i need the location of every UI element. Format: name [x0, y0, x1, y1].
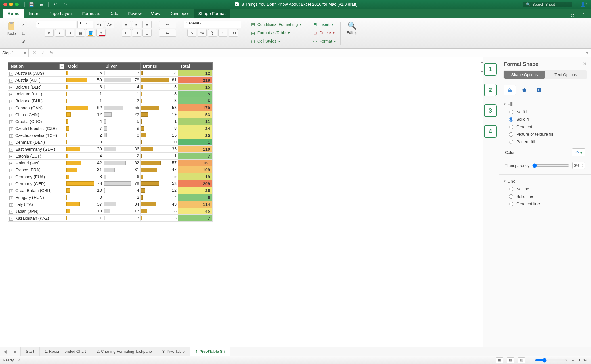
ribbon-tab-page-layout[interactable]: Page Layout	[44, 9, 77, 18]
silver-cell[interactable]: 3	[103, 70, 141, 77]
step-shape-4[interactable]: 4	[484, 125, 497, 138]
worksheet[interactable]: Nation ▾ Gold Silver Bronze Total +Austr…	[0, 57, 483, 347]
bronze-cell[interactable]: 4	[141, 194, 178, 201]
bronze-cell[interactable]: 3	[141, 91, 178, 97]
underline-button[interactable]: U	[65, 29, 74, 37]
silver-cell[interactable]: 9	[103, 125, 141, 132]
table-row[interactable]: +Germany (EUA)86519	[8, 173, 213, 180]
transparency-value[interactable]: 0% ▲▼	[572, 162, 585, 169]
total-cell[interactable]: 26	[178, 187, 213, 194]
nation-cell[interactable]: +Denmark (DEN)	[8, 139, 66, 146]
silver-cell[interactable]: 6	[103, 173, 141, 180]
expand-icon[interactable]: +	[9, 189, 13, 193]
line-option-no-line[interactable]: No line	[504, 185, 586, 193]
table-row[interactable]: +Australia (AUS)53412	[8, 70, 213, 77]
expand-formula-bar-icon[interactable]: ▾	[583, 51, 591, 55]
percent-button[interactable]: %	[198, 29, 207, 37]
gold-cell[interactable]: 4	[66, 118, 103, 125]
nation-cell[interactable]: +Belgium (BEL)	[8, 91, 66, 97]
expand-icon[interactable]: +	[9, 79, 13, 83]
nation-cell[interactable]: +Czech Republic (CZE)	[8, 125, 66, 132]
expand-icon[interactable]: +	[9, 107, 13, 110]
merge-button[interactable]: ⇆	[159, 29, 176, 37]
size-tab-icon[interactable]	[533, 85, 545, 95]
increase-font-button[interactable]: A▴	[95, 21, 104, 28]
align-top-button[interactable]: ≡	[122, 21, 131, 28]
expand-icon[interactable]: +	[9, 134, 13, 138]
gold-cell[interactable]: 5	[66, 70, 103, 77]
name-box[interactable]: Step 1 ▲▼	[0, 49, 29, 57]
nation-cell[interactable]: +Germany (EUA)	[8, 173, 66, 180]
copy-icon[interactable]: ❐	[19, 29, 28, 37]
col-bronze[interactable]: Bronze	[141, 63, 178, 70]
collapse-ribbon-icon[interactable]: ⌃	[578, 12, 588, 18]
gold-cell[interactable]: 1	[66, 91, 103, 97]
col-total[interactable]: Total	[178, 63, 213, 70]
bronze-cell[interactable]: 18	[141, 208, 178, 215]
total-cell[interactable]: 7	[178, 215, 213, 222]
cell-styles-button[interactable]: ▢Cell Styles ▾	[249, 37, 282, 45]
format-painter-icon[interactable]: 🖌	[19, 38, 28, 45]
gold-cell[interactable]: 8	[66, 173, 103, 180]
accounting-button[interactable]: $	[187, 29, 196, 37]
bronze-cell[interactable]: 8	[141, 125, 178, 132]
total-cell[interactable]: 45	[178, 208, 213, 215]
table-row[interactable]: +Finland (FIN)426257161	[8, 160, 213, 166]
ribbon-tab-formulas[interactable]: Formulas	[77, 9, 105, 18]
nation-cell[interactable]: +Finland (FIN)	[8, 160, 66, 166]
nation-cell[interactable]: +Japan (JPN)	[8, 208, 66, 215]
total-cell[interactable]: 12	[178, 70, 213, 77]
gold-cell[interactable]: 37	[66, 201, 103, 208]
decrease-font-button[interactable]: A▾	[105, 21, 114, 28]
fill-option-no-fill[interactable]: No fill	[504, 108, 586, 116]
format-cells-button[interactable]: ▭Format ▾	[311, 37, 338, 45]
nation-cell[interactable]: +France (FRA)	[8, 166, 66, 173]
sheet-tab-1[interactable]: 1. Recommended Chart	[40, 347, 91, 356]
expand-icon[interactable]: +	[9, 93, 13, 96]
total-cell[interactable]: 5	[178, 91, 213, 97]
macro-record-icon[interactable]: ⎚	[18, 358, 20, 362]
decrease-indent-button[interactable]: ⇤	[122, 29, 131, 37]
gold-cell[interactable]: 4	[66, 153, 103, 160]
expand-icon[interactable]: +	[9, 169, 13, 172]
bronze-cell[interactable]: 57	[141, 160, 178, 166]
ribbon-tab-review[interactable]: Review	[123, 9, 146, 18]
gold-cell[interactable]: 0	[66, 194, 103, 201]
share-icon[interactable]: 👤⁺	[580, 2, 588, 7]
editing-button[interactable]: 🔍 Editing	[345, 21, 359, 35]
expand-icon[interactable]: +	[9, 114, 13, 117]
bronze-cell[interactable]: 43	[141, 201, 178, 208]
sheet-tab-3[interactable]: 3. PivotTable	[157, 347, 190, 356]
conditional-formatting-button[interactable]: ▤Conditional Formatting ▾	[249, 21, 303, 28]
nation-cell[interactable]: +East Germany (GDR)	[8, 146, 66, 153]
total-cell[interactable]: 15	[178, 84, 213, 91]
ribbon-tab-view[interactable]: View	[146, 9, 165, 18]
gold-cell[interactable]: 1	[66, 97, 103, 104]
fill-line-tab-icon[interactable]	[504, 85, 516, 95]
silver-cell[interactable]: 6	[103, 118, 141, 125]
table-row[interactable]: +Great Britain (GBR)1041226	[8, 187, 213, 194]
nation-cell[interactable]: +Croatia (CRO)	[8, 118, 66, 125]
line-option-gradient-line[interactable]: Gradient line	[504, 200, 586, 208]
comma-button[interactable]: ❯	[208, 29, 217, 37]
gold-cell[interactable]: 7	[66, 125, 103, 132]
bronze-cell[interactable]: 5	[141, 84, 178, 91]
decrease-decimal-button[interactable]: .00	[229, 29, 238, 37]
expand-icon[interactable]: +	[9, 127, 13, 131]
gold-cell[interactable]: 59	[66, 77, 103, 84]
silver-cell[interactable]: 22	[103, 111, 141, 118]
bronze-cell[interactable]: 5	[141, 173, 178, 180]
bronze-cell[interactable]: 1	[141, 118, 178, 125]
zoom-slider[interactable]	[535, 358, 567, 363]
ribbon-tab-insert[interactable]: Insert	[24, 9, 44, 18]
minimize-window-icon[interactable]	[9, 3, 13, 6]
ribbon-tab-developer[interactable]: Developer	[165, 9, 194, 18]
total-cell[interactable]: 7	[178, 153, 213, 160]
italic-button[interactable]: I	[55, 29, 64, 37]
table-row[interactable]: +Belarus (BLR)64515	[8, 84, 213, 91]
maximize-window-icon[interactable]	[15, 3, 19, 6]
table-row[interactable]: +Japan (JPN)10171845	[8, 208, 213, 215]
gold-cell[interactable]: 10	[66, 208, 103, 215]
bronze-cell[interactable]: 12	[141, 187, 178, 194]
step-shape-3[interactable]: 3	[484, 104, 497, 117]
